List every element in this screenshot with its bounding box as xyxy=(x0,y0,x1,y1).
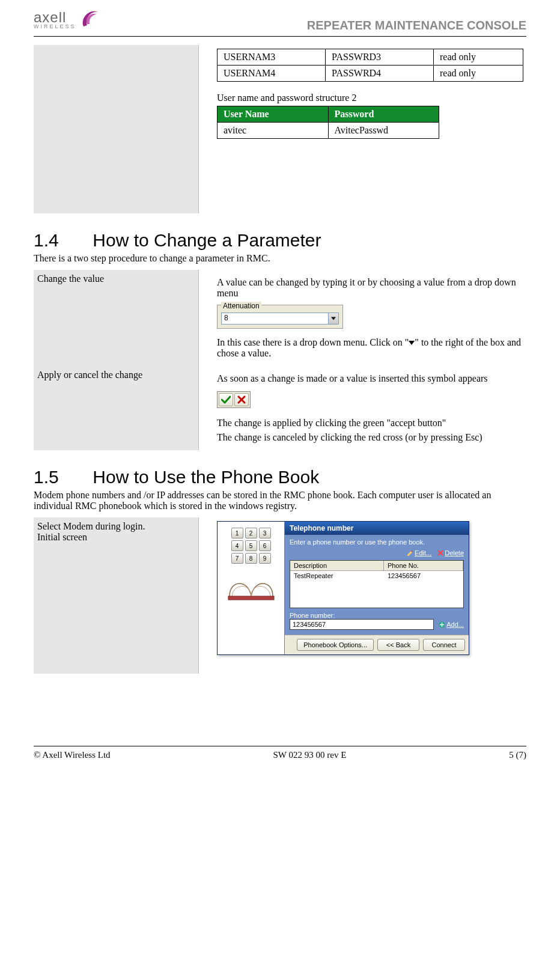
attenuation-dropdown-button[interactable] xyxy=(328,313,339,325)
cred-block: USERNAM3 PASSWRD3 read only USERNAM4 PAS… xyxy=(34,45,526,213)
apply-cancel-p2: The change is applied by clicking the gr… xyxy=(217,418,526,429)
edit-link[interactable]: Edit... xyxy=(407,549,431,557)
edit-link-label: Edit... xyxy=(415,549,431,557)
col-user: User Name xyxy=(218,106,329,123)
struct2-caption: User name and password structure 2 xyxy=(217,93,526,103)
apply-cancel-left: Apply or cancel the change xyxy=(34,366,199,450)
phonebook-left-line2: Initial screen xyxy=(37,532,192,543)
change-value-p1: A value can be changed by typing it or b… xyxy=(217,277,526,299)
accept-button[interactable] xyxy=(219,393,233,406)
p2-part-a: In this case there is a drop down menu. … xyxy=(217,337,409,347)
keypad-key: 2 xyxy=(245,528,257,538)
col-pass: Password xyxy=(328,106,439,123)
keypad-key: 4 xyxy=(231,540,243,551)
add-link[interactable]: Add... xyxy=(439,621,464,628)
logo: axell WIRELESS xyxy=(34,6,103,32)
connect-button[interactable]: Connect xyxy=(423,639,465,651)
dialog-inner: Enter a phone number or use the phone bo… xyxy=(285,535,469,635)
attenuation-combo[interactable]: 8 xyxy=(221,313,339,325)
svg-rect-0 xyxy=(228,596,274,600)
cred-user: USERNAM4 xyxy=(218,66,326,82)
keypad-key: 9 xyxy=(259,553,271,564)
phonebook-options-button[interactable]: Phonebook Options... xyxy=(297,639,374,651)
dialog-sidebar: 1 2 3 4 5 6 7 8 9 xyxy=(218,522,285,654)
keypad-key: 6 xyxy=(259,540,271,551)
struct2-user: avitec xyxy=(218,123,329,139)
table-header-row: User Name Password xyxy=(218,106,439,123)
page-title: REPEATER MAINTENANCE CONSOLE xyxy=(307,19,526,32)
logo-text-block: axell WIRELESS xyxy=(34,9,76,29)
logo-swirl-icon xyxy=(79,6,103,32)
chevron-down-icon xyxy=(331,317,336,320)
delete-link[interactable]: Delete xyxy=(437,549,464,557)
struct2-table: User Name Password avitec AvitecPasswd xyxy=(217,106,439,139)
plus-icon xyxy=(439,621,445,628)
table-row: USERNAM4 PASSWRD4 read only xyxy=(218,66,523,82)
change-value-left: Change the value xyxy=(34,270,199,366)
footer-left: © Axell Wireless Ltd xyxy=(34,750,111,760)
cred-pass: PASSWRD4 xyxy=(326,66,434,82)
apply-cancel-row: Apply or cancel the change As soon as a … xyxy=(34,366,526,450)
delete-link-label: Delete xyxy=(445,549,464,557)
close-icon xyxy=(237,395,246,404)
cred-pass: PASSWRD3 xyxy=(326,49,434,66)
phonebook-right: 1 2 3 4 5 6 7 8 9 xyxy=(199,517,526,674)
logo-sub-text: WIRELESS xyxy=(34,23,76,29)
page: axell WIRELESS REPEATER MAINTENANCE CONS… xyxy=(0,0,560,772)
dialog-hint: Enter a phone number or use the phone bo… xyxy=(290,538,464,546)
section-1-4-heading: 1.4 How to Change a Parameter xyxy=(34,230,526,251)
section-title: How to Change a Parameter xyxy=(93,230,321,250)
col-description: Description xyxy=(290,561,384,570)
apply-cancel-p3: The change is canceled by clicking the r… xyxy=(217,432,526,443)
phone-number-row: 123456567 Add... xyxy=(290,619,464,630)
section-num: 1.4 xyxy=(34,230,88,251)
apply-cancel-right: As soon as a change is made or a value i… xyxy=(199,366,526,450)
cred-perm: read only xyxy=(434,66,523,82)
table-row: avitec AvitecPasswd xyxy=(218,123,439,139)
section-num: 1.5 xyxy=(34,467,88,487)
phonebook-row: Select Modem during login. Initial scree… xyxy=(34,517,526,674)
row-phone: 123456567 xyxy=(384,571,463,581)
attenuation-widget: Attenuation 8 xyxy=(217,305,343,329)
page-footer: © Axell Wireless Ltd SW 022 93 00 rev E … xyxy=(34,746,526,760)
section-title: How to Use the Phone Book xyxy=(93,467,319,487)
page-header: axell WIRELESS REPEATER MAINTENANCE CONS… xyxy=(34,6,526,37)
attenuation-value[interactable]: 8 xyxy=(221,313,328,325)
change-value-right: A value can be changed by typing it or b… xyxy=(199,270,526,366)
attenuation-label: Attenuation xyxy=(221,302,261,310)
keypad-key: 7 xyxy=(231,553,243,564)
list-item[interactable]: TestRepeater 123456567 xyxy=(290,571,463,581)
keypad-key: 5 xyxy=(245,540,257,551)
keypad-key: 3 xyxy=(259,528,271,538)
cancel-icon-button[interactable] xyxy=(234,393,249,406)
change-value-p2: In this case there is a drop down menu. … xyxy=(217,337,526,359)
credentials-table: USERNAM3 PASSWRD3 read only USERNAM4 PAS… xyxy=(217,49,523,82)
add-link-label: Add... xyxy=(446,621,464,628)
phone-number-label: Phone number: xyxy=(290,612,464,619)
row-description: TestRepeater xyxy=(290,571,384,581)
cred-perm: read only xyxy=(434,49,523,66)
footer-right: 5 (7) xyxy=(509,750,526,760)
checkmark-icon xyxy=(221,395,231,404)
apply-cancel-p1: As soon as a change is made or a value i… xyxy=(217,373,526,384)
col-phone: Phone No. xyxy=(384,561,463,570)
section-1-5-heading: 1.5 How to Use the Phone Book xyxy=(34,467,526,487)
struct2-pass: AvitecPasswd xyxy=(328,123,439,139)
section-1-4-intro: There is a two step procedure to change … xyxy=(34,253,526,264)
phone-number-input[interactable]: 123456567 xyxy=(290,619,434,630)
footer-center: SW 022 93 00 rev E xyxy=(273,750,347,760)
telephone-dialog: 1 2 3 4 5 6 7 8 9 xyxy=(217,521,469,655)
back-button[interactable]: << Back xyxy=(377,639,419,651)
close-icon xyxy=(437,550,443,556)
phonebook-list[interactable]: Description Phone No. TestRepeater 12345… xyxy=(290,560,464,608)
chevron-down-icon xyxy=(409,337,415,347)
phone-number-block: Phone number: 123456567 Add... xyxy=(290,612,464,630)
table-row: USERNAM3 PASSWRD3 read only xyxy=(218,49,523,66)
phonebook-left: Select Modem during login. Initial scree… xyxy=(34,517,199,674)
pencil-icon xyxy=(407,550,413,557)
cred-block-right: USERNAM3 PASSWRD3 read only USERNAM4 PAS… xyxy=(199,45,526,213)
list-header: Description Phone No. xyxy=(290,561,463,571)
phonebook-left-line1: Select Modem during login. xyxy=(37,521,192,532)
cred-user: USERNAM3 xyxy=(218,49,326,66)
phonebook-icon xyxy=(227,567,275,601)
